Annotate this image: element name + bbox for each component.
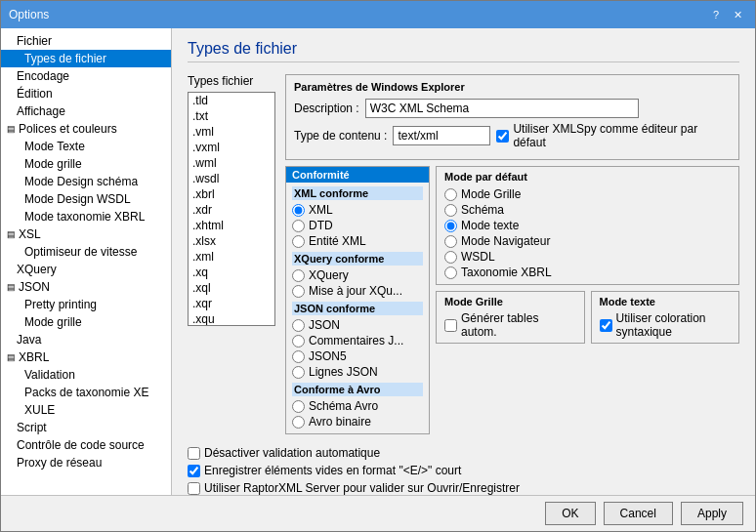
conformity-content: XML conforme XML DTD xyxy=(286,183,429,433)
filetypes-panel: Types fichier .tld .txt .vml .vxml .wml … xyxy=(188,74,275,434)
sidebar-item-pretty-printing[interactable]: Pretty printing xyxy=(1,296,171,313)
modes-column: Mode par défaut Mode Grille Schéma xyxy=(436,166,739,434)
description-input[interactable] xyxy=(365,99,639,118)
radio-mode-navigateur: Mode Navigateur xyxy=(444,233,731,249)
sidebar-item-mode-grille[interactable]: Mode grille xyxy=(1,155,171,173)
sidebar-item-affichage[interactable]: Affichage xyxy=(1,102,171,120)
sidebar-item-xule[interactable]: XULE xyxy=(1,401,171,419)
filetype-wsdl[interactable]: .wsdl xyxy=(189,171,274,186)
avro-conforme-label: Conforme à Avro xyxy=(292,383,423,396)
radio-schema-avro: Schéma Avro xyxy=(292,398,423,414)
sidebar-group-xbrl[interactable]: ▤ XBRL xyxy=(1,348,171,366)
filetype-xdr[interactable]: .xdr xyxy=(189,202,274,218)
close-button[interactable]: ✕ xyxy=(728,6,747,23)
sidebar-group-polices[interactable]: ▤ Polices et couleurs xyxy=(1,120,171,138)
title-bar: Options ? ✕ xyxy=(1,1,755,28)
filetype-vml[interactable]: .vml xyxy=(189,124,274,140)
xml-conforme-label: XML conforme xyxy=(292,186,423,200)
radio-json: JSON xyxy=(292,317,423,333)
windows-explorer-params: Paramètres de Windows Explorer Descripti… xyxy=(285,74,739,160)
mode-grille-panel: Mode Grille Générer tables autom. xyxy=(436,291,585,344)
sidebar-group-json[interactable]: ▤ JSON xyxy=(1,278,171,296)
radio-json5: JSON5 xyxy=(292,348,423,364)
json-conforme-label: JSON conforme xyxy=(292,302,423,315)
filetype-xql[interactable]: .xql xyxy=(189,280,274,296)
expand-icon-polices: ▤ xyxy=(5,123,17,135)
options-window: Options ? ✕ Fichier Types de fichier Enc… xyxy=(0,0,756,532)
sidebar-item-mode-grille2[interactable]: Mode grille xyxy=(1,313,171,331)
content-type-input[interactable] xyxy=(393,126,490,145)
coloration-input[interactable] xyxy=(600,319,612,332)
help-button[interactable]: ? xyxy=(706,6,726,23)
mode-defaut-title: Mode par défaut xyxy=(444,171,731,183)
sidebar-group-xbrl-label: XBRL xyxy=(19,350,49,364)
mode-grille-texte-row: Mode Grille Générer tables autom. Mode t… xyxy=(436,291,739,344)
sidebar-item-mode-design-schema[interactable]: Mode Design schéma xyxy=(1,173,171,190)
page-title: Types de fichier xyxy=(188,40,739,62)
sidebar-item-proxy[interactable]: Proxy de réseau xyxy=(1,454,171,471)
generer-tables-checkbox: Générer tables autom. xyxy=(444,311,576,339)
filetype-xhtml[interactable]: .xhtml xyxy=(189,218,274,233)
sidebar-item-java[interactable]: Java xyxy=(1,331,171,348)
xmlspy-checkbox-container: Utiliser XMLSpy comme éditeur par défaut xyxy=(496,122,731,149)
filetype-xlsx[interactable]: .xlsx xyxy=(189,233,274,249)
sidebar-item-controle[interactable]: Contrôle de code source xyxy=(1,436,171,454)
description-label: Description : xyxy=(294,102,359,115)
raptorxml-checkbox[interactable] xyxy=(188,482,200,495)
sidebar-item-encodage[interactable]: Encodage xyxy=(1,67,171,85)
sidebar-group-polices-label: Polices et couleurs xyxy=(19,122,117,136)
filetype-xbrl[interactable]: .xbrl xyxy=(189,186,274,202)
radio-avro-binaire: Avro binaire xyxy=(292,414,423,430)
sidebar-item-types-fichier[interactable]: Types de fichier xyxy=(1,50,171,67)
conformity-modes-row: Conformité XML conforme XML xyxy=(285,166,739,434)
filetype-vxml[interactable]: .vxml xyxy=(189,140,274,155)
mode-texte-panel: Mode texte Utiliser coloration syntaxiqu… xyxy=(591,291,740,344)
xmlspy-checkbox[interactable] xyxy=(496,130,509,143)
radio-mode-grille: Mode Grille xyxy=(444,186,731,202)
description-row: Description : xyxy=(294,99,731,118)
raptorxml-row: Utiliser RaptorXML Server pour valider s… xyxy=(188,481,739,495)
radio-commentaires: Commentaires J... xyxy=(292,333,423,348)
filetype-xqr[interactable]: .xqr xyxy=(189,296,274,311)
conformity-title: Conformité xyxy=(286,167,429,183)
sidebar-item-xquery[interactable]: XQuery xyxy=(1,261,171,278)
desactiver-validation-label: Désactiver validation automatique xyxy=(204,446,380,460)
sidebar-group-xsl[interactable]: ▤ XSL xyxy=(1,225,171,243)
filetype-txt[interactable]: .txt xyxy=(189,108,274,124)
cancel-button[interactable]: Cancel xyxy=(604,502,673,525)
enregistrer-elements-checkbox[interactable] xyxy=(188,465,200,477)
sidebar-item-script[interactable]: Script xyxy=(1,419,171,436)
filetype-wml[interactable]: .wml xyxy=(189,155,274,171)
expand-icon-json: ▤ xyxy=(5,281,17,293)
ok-button[interactable]: OK xyxy=(545,502,595,525)
mode-par-defaut-panel: Mode par défaut Mode Grille Schéma xyxy=(436,166,739,285)
sidebar-item-packs-taxonomie[interactable]: Packs de taxonomie XE xyxy=(1,384,171,401)
sidebar-item-optimiseur[interactable]: Optimiseur de vitesse xyxy=(1,243,171,261)
desactiver-validation-checkbox[interactable] xyxy=(188,447,200,460)
xmlspy-label: Utiliser XMLSpy comme éditeur par défaut xyxy=(513,122,731,149)
params-group-title: Paramètres de Windows Explorer xyxy=(294,81,731,93)
sidebar-item-mode-taxonomie[interactable]: Mode taxonomie XBRL xyxy=(1,208,171,225)
radio-dtd: DTD xyxy=(292,218,423,233)
content-type-row: Type de contenu : Utiliser XMLSpy comme … xyxy=(294,122,731,149)
sidebar-item-mode-design-wsdl[interactable]: Mode Design WSDL xyxy=(1,190,171,208)
sidebar-item-fichier[interactable]: Fichier xyxy=(1,32,171,50)
apply-button[interactable]: Apply xyxy=(681,502,743,525)
sidebar: Fichier Types de fichier Encodage Éditio… xyxy=(1,28,172,495)
sidebar-item-validation[interactable]: Validation xyxy=(1,366,171,384)
filetype-xq[interactable]: .xq xyxy=(189,265,274,280)
filetypes-list[interactable]: .tld .txt .vml .vxml .wml .wsdl .xbrl .x… xyxy=(188,92,275,326)
enregistrer-elements-label: Enregistrer éléments vides en format "<E… xyxy=(204,464,461,477)
generer-tables-input[interactable] xyxy=(444,319,457,332)
radio-lignes-json: Lignes JSON xyxy=(292,364,423,380)
expand-icon-xsl: ▤ xyxy=(5,228,17,240)
radio-entite-xml: Entité XML xyxy=(292,233,423,249)
filetype-xqu[interactable]: .xqu xyxy=(189,311,274,326)
radio-mode-texte: Mode texte xyxy=(444,218,731,233)
sidebar-item-mode-texte[interactable]: Mode Texte xyxy=(1,138,171,155)
sidebar-item-edition[interactable]: Édition xyxy=(1,85,171,102)
filetype-xml[interactable]: .xml xyxy=(189,249,274,265)
conformity-panel: Conformité XML conforme XML xyxy=(285,166,430,434)
content-area: Fichier Types de fichier Encodage Éditio… xyxy=(1,28,755,495)
filetype-tld[interactable]: .tld xyxy=(189,93,274,108)
